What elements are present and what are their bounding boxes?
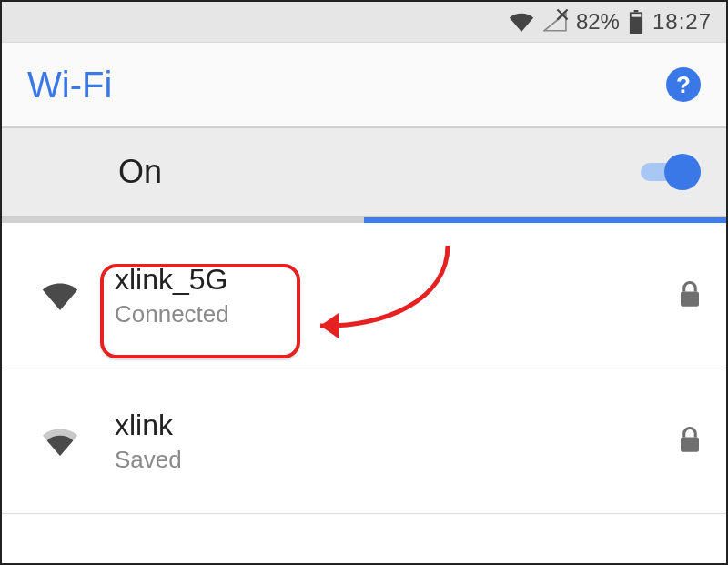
page-title: Wi-Fi [27,65,112,106]
network-list: xlink_5G Connected xlink Saved [2,223,726,514]
network-status: Saved [115,446,646,474]
network-text: xlink Saved [115,409,646,474]
svg-rect-4 [632,14,642,17]
clock-time: 18:27 [652,9,712,35]
battery-icon [629,10,643,34]
network-ssid: xlink_5G [115,263,646,297]
network-item-0[interactable]: xlink_5G Connected [2,223,726,368]
network-item-1[interactable]: xlink Saved [2,368,726,514]
network-ssid: xlink [115,409,646,442]
status-bar: 82% 18:27 [2,2,726,42]
network-status: Connected [115,300,646,328]
wifi-toggle-switch[interactable] [641,154,701,190]
wifi-icon [509,12,534,32]
title-bar: Wi-Fi ? [2,42,726,128]
cellular-no-signal-icon [543,12,567,32]
wifi-signal-icon [38,281,82,310]
progress-bar [2,217,726,223]
wifi-toggle-label: On [118,153,162,191]
wifi-signal-icon [38,427,82,456]
network-text: xlink_5G Connected [115,263,646,328]
svg-rect-2 [634,10,639,12]
lock-icon [679,426,701,457]
svg-rect-6 [681,437,699,451]
help-icon[interactable]: ? [666,67,701,102]
wifi-toggle-row[interactable]: On [2,128,726,217]
svg-rect-5 [681,291,699,306]
battery-percent: 82% [576,9,620,35]
lock-icon [679,280,701,311]
